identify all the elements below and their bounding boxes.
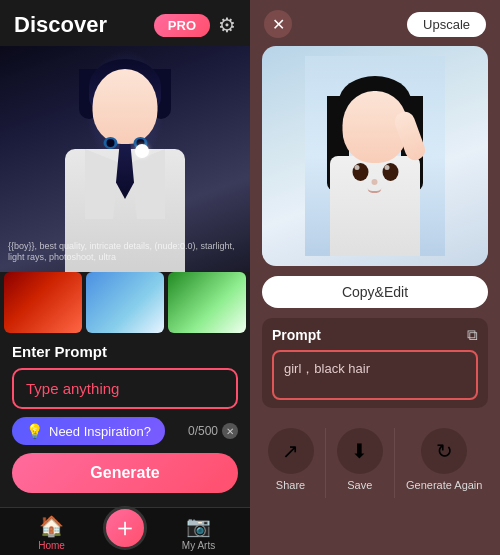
upscale-button[interactable]: Upscale <box>407 12 486 37</box>
enter-prompt-label: Enter Prompt <box>12 343 238 360</box>
girl-eye-left <box>352 163 368 181</box>
girl-eye-shine-left <box>354 165 359 170</box>
pro-button[interactable]: PRO <box>154 14 210 37</box>
share-label: Share <box>276 479 305 491</box>
anime-character <box>45 46 205 272</box>
char-eye-pupil-left <box>106 139 114 147</box>
generate-again-action[interactable]: ↻ Generate Again <box>406 428 482 498</box>
hero-image: {{boy}}, best quality, intricate details… <box>0 46 250 272</box>
save-icon: ⬇ <box>351 439 368 463</box>
strip-image-3[interactable] <box>168 272 246 333</box>
char-count: 0/500 ✕ <box>188 423 238 439</box>
divider-1 <box>325 428 326 498</box>
char-suit-lapel-left <box>85 149 120 219</box>
anime-girl-character <box>305 56 445 256</box>
nav-create-button[interactable]: ＋ <box>103 506 147 550</box>
char-count-clear[interactable]: ✕ <box>222 423 238 439</box>
girl-nose <box>371 179 377 185</box>
enter-prompt-section: Enter Prompt Type anything 💡 Need Inspir… <box>0 333 250 507</box>
home-icon: 🏠 <box>39 514 64 538</box>
share-icon: ↗ <box>282 439 299 463</box>
girl-body <box>330 156 420 256</box>
divider-2 <box>394 428 395 498</box>
char-head <box>93 69 158 144</box>
nav-arts[interactable]: 📷 My Arts <box>147 514 250 551</box>
bottom-strip-images <box>0 272 250 333</box>
copy-icon[interactable]: ⧉ <box>467 326 478 344</box>
nav-arts-label: My Arts <box>182 540 215 551</box>
generate-again-circle: ↻ <box>421 428 467 474</box>
strip-image-1[interactable] <box>4 272 82 333</box>
bottom-nav: 🏠 Home ＋ 📷 My Arts <box>0 507 250 555</box>
char-count-value: 0/500 <box>188 424 218 438</box>
close-button[interactable]: ✕ <box>264 10 292 38</box>
prompt-section: Prompt ⧉ girl，black hair <box>262 318 488 408</box>
save-circle: ⬇ <box>337 428 383 474</box>
inspiration-button[interactable]: 💡 Need Inspiration? <box>12 417 165 445</box>
camera-icon: 📷 <box>186 514 211 538</box>
char-suit-lapel-right <box>130 149 165 219</box>
share-action[interactable]: ↗ Share <box>268 428 314 498</box>
share-circle: ↗ <box>268 428 314 474</box>
girl-eye-shine-right <box>384 165 389 170</box>
header-right: PRO ⚙ <box>154 13 236 37</box>
copy-edit-button[interactable]: Copy&Edit <box>262 276 488 308</box>
right-panel: ✕ Upscale Copy&Edit P <box>250 0 500 555</box>
gear-icon[interactable]: ⚙ <box>218 13 236 37</box>
bulb-icon: 💡 <box>26 423 43 439</box>
refresh-icon: ↻ <box>436 439 453 463</box>
inspiration-label: Need Inspiration? <box>49 424 151 439</box>
char-flower <box>135 144 149 158</box>
right-actions: ↗ Share ⬇ Save ↻ Generate Again <box>250 420 500 506</box>
right-header: ✕ Upscale <box>250 0 500 46</box>
generate-button[interactable]: Generate <box>12 453 238 493</box>
inspiration-row: 💡 Need Inspiration? 0/500 ✕ <box>12 417 238 445</box>
girl-eye-right <box>382 163 398 181</box>
left-panel: Discover PRO ⚙ <box>0 0 250 555</box>
prompt-input[interactable]: Type anything <box>12 368 238 409</box>
char-tie <box>116 144 134 199</box>
prompt-text-box[interactable]: girl，black hair <box>272 350 478 400</box>
save-label: Save <box>347 479 372 491</box>
prompt-section-header: Prompt ⧉ <box>272 326 478 344</box>
right-image-container <box>262 46 488 266</box>
char-eye-left <box>103 137 117 149</box>
nav-home[interactable]: 🏠 Home <box>0 514 103 551</box>
prompt-section-label: Prompt <box>272 327 321 343</box>
left-header: Discover PRO ⚙ <box>0 0 250 46</box>
save-action[interactable]: ⬇ Save <box>337 428 383 498</box>
page-title: Discover <box>14 12 107 38</box>
strip-image-2[interactable] <box>86 272 164 333</box>
girl-mouth <box>367 188 381 193</box>
generate-again-label: Generate Again <box>406 479 482 491</box>
image-caption: {{boy}}, best quality, intricate details… <box>8 241 242 264</box>
nav-home-label: Home <box>38 540 65 551</box>
